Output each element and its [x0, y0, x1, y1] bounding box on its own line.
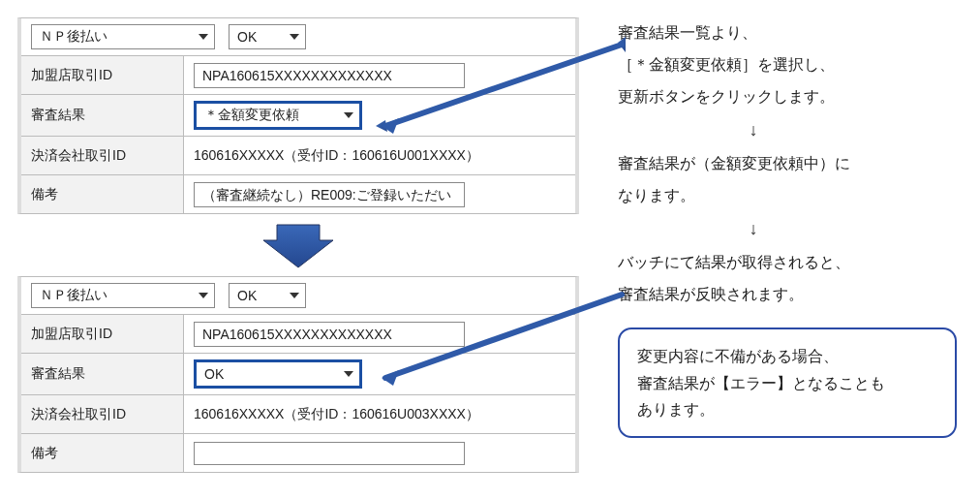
chevron-down-icon	[344, 112, 353, 118]
desc-line-2a: 審査結果が（金額変更依頼中）に	[618, 150, 963, 178]
bubble-line-2: 審査結果が【エラー】となることも	[637, 370, 937, 396]
merchant-id-input[interactable]: NPA160615XXXXXXXXXXXXX	[194, 63, 465, 88]
company-id-text: 160616XXXXX（受付ID：160616U003XXXX）	[194, 406, 479, 423]
row-merchant-id: 加盟店取引ID NPA160615XXXXXXXXXXXXX	[21, 55, 575, 94]
status-value: OK	[237, 288, 257, 303]
payment-method-select[interactable]: ＮＰ後払い	[31, 283, 215, 308]
result-select-highlighted[interactable]: ＊金額変更依頼	[194, 101, 362, 130]
row-company-id: 決済会社取引ID 160616XXXXX（受付ID：160616U001XXXX…	[21, 136, 575, 174]
note-value-cell	[184, 436, 575, 471]
note-label: 備考	[21, 434, 184, 472]
company-id-text: 160616XXXXX（受付ID：160616U001XXXX）	[194, 147, 479, 165]
company-id-value-cell: 160616XXXXX（受付ID：160616U001XXXX）	[184, 141, 575, 171]
merchant-id-text: NPA160615XXXXXXXXXXXXX	[202, 325, 392, 344]
payment-method-value: ＮＰ後払い	[40, 287, 107, 304]
flow-arrow-2-icon: ↓	[657, 213, 850, 244]
note-label: 備考	[21, 175, 184, 213]
merchant-id-label: 加盟店取引ID	[21, 315, 184, 353]
note-value-cell: （審査継続なし）RE009:ご登録いただい	[184, 176, 575, 213]
row-note: 備考	[21, 433, 575, 472]
company-id-label: 決済会社取引ID	[21, 395, 184, 433]
chevron-down-icon	[344, 371, 353, 377]
chevron-down-icon	[290, 293, 299, 298]
bubble-line-3: あります。	[637, 396, 937, 422]
row-company-id: 決済会社取引ID 160616XXXXX（受付ID：160616U003XXXX…	[21, 394, 575, 433]
bubble-line-1: 変更内容に不備がある場合、	[637, 343, 937, 369]
row-merchant-id: 加盟店取引ID NPA160615XXXXXXXXXXXXX	[21, 314, 575, 353]
chevron-down-icon	[199, 293, 208, 298]
chevron-down-icon	[199, 34, 208, 40]
panel2-top-row: ＮＰ後払い OK	[21, 277, 575, 314]
page-root: ＮＰ後払い OK 加盟店取引ID NPA160615XXXXXXXXXXXXX …	[17, 17, 963, 473]
merchant-id-label: 加盟店取引ID	[21, 56, 184, 94]
panel1-top-row: ＮＰ後払い OK	[21, 18, 575, 55]
status-select[interactable]: OK	[229, 24, 306, 49]
note-text: （審査継続なし）RE009:ご登録いただい	[202, 185, 451, 204]
payment-method-select[interactable]: ＮＰ後払い	[31, 24, 215, 49]
status-value: OK	[237, 29, 257, 45]
result-select-value: OK	[204, 366, 224, 382]
merchant-id-value-cell: NPA160615XXXXXXXXXXXXX	[184, 316, 575, 353]
arrow-down-icon	[260, 221, 337, 269]
result-select-highlighted[interactable]: OK	[194, 359, 362, 389]
merchant-id-text: NPA160615XXXXXXXXXXXXX	[202, 66, 392, 85]
result-value-cell: OK	[184, 354, 575, 394]
chevron-down-icon	[290, 34, 299, 40]
left-column: ＮＰ後払い OK 加盟店取引ID NPA160615XXXXXXXXXXXXX …	[17, 17, 579, 473]
result-label: 審査結果	[21, 95, 184, 136]
row-note: 備考 （審査継続なし）RE009:ご登録いただい	[21, 174, 575, 213]
desc-line-3b: 審査結果が反映されます。	[618, 281, 963, 309]
company-id-value-cell: 160616XXXXX（受付ID：160616U003XXXX）	[184, 400, 575, 429]
note-input[interactable]	[194, 442, 465, 465]
flow-arrow-1-icon: ↓	[657, 114, 850, 145]
desc-line-1b: ［＊金額変更依頼］を選択し、	[618, 51, 963, 79]
result-label: 審査結果	[21, 354, 184, 394]
desc-line-3a: バッチにて結果が取得されると、	[618, 249, 963, 277]
warning-bubble: 変更内容に不備がある場合、 審査結果が【エラー】となることも あります。	[618, 327, 957, 438]
company-id-label: 決済会社取引ID	[21, 137, 184, 174]
row-result: 審査結果 ＊金額変更依頼	[21, 94, 575, 136]
desc-line-1c: 更新ボタンをクリックします。	[618, 83, 963, 111]
svg-marker-0	[263, 225, 333, 267]
row-result: 審査結果 OK	[21, 353, 575, 394]
status-select[interactable]: OK	[229, 283, 306, 308]
panel-before: ＮＰ後払い OK 加盟店取引ID NPA160615XXXXXXXXXXXXX …	[17, 17, 579, 214]
payment-method-value: ＮＰ後払い	[40, 28, 107, 46]
desc-line-1a: 審査結果一覧より、	[618, 19, 963, 47]
between-arrow-container	[17, 214, 579, 276]
panel-after: ＮＰ後払い OK 加盟店取引ID NPA160615XXXXXXXXXXXXX …	[17, 276, 579, 473]
merchant-id-value-cell: NPA160615XXXXXXXXXXXXX	[184, 57, 575, 94]
merchant-id-input[interactable]: NPA160615XXXXXXXXXXXXX	[194, 322, 465, 347]
desc-line-2b: なります。	[618, 182, 963, 210]
right-column: 審査結果一覧より、 ［＊金額変更依頼］を選択し、 更新ボタンをクリックします。 …	[618, 17, 963, 438]
note-input[interactable]: （審査継続なし）RE009:ご登録いただい	[194, 182, 465, 207]
result-value-cell: ＊金額変更依頼	[184, 95, 575, 136]
result-select-value: ＊金額変更依頼	[204, 107, 299, 124]
